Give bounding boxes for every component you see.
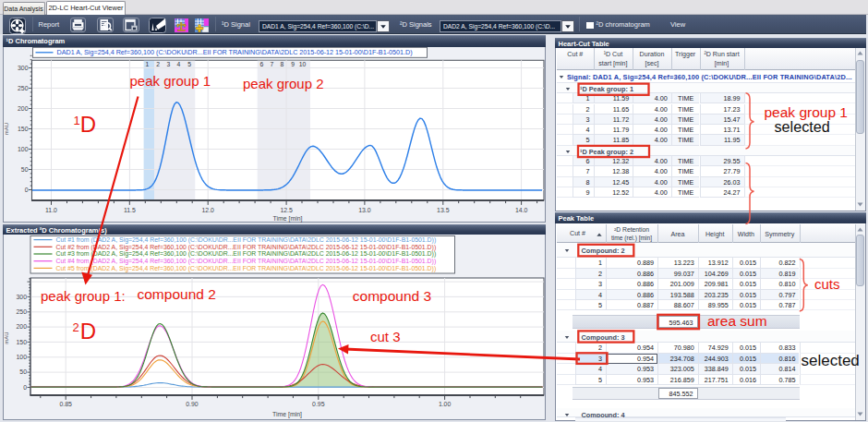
svg-text:D: D: [80, 112, 96, 137]
svg-text:selected: selected: [775, 118, 830, 135]
svg-text:peak group 1: peak group 1: [130, 73, 211, 89]
svg-text:area sum: area sum: [707, 313, 767, 329]
svg-text:compound 2: compound 2: [138, 286, 216, 302]
svg-text:1: 1: [74, 114, 80, 127]
svg-text:cut 3: cut 3: [370, 329, 401, 344]
svg-text:D: D: [80, 319, 96, 344]
svg-text:compound 3: compound 3: [353, 288, 431, 304]
svg-text:peak group 1:: peak group 1:: [41, 288, 126, 304]
svg-text:peak group 2: peak group 2: [243, 76, 324, 91]
svg-text:cuts: cuts: [814, 276, 840, 292]
svg-text:selected: selected: [802, 352, 860, 369]
svg-text:2: 2: [73, 320, 79, 334]
